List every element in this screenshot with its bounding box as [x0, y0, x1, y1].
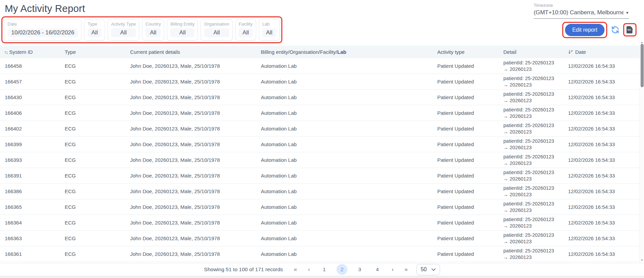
cell-activity-type: Patient Updated: [437, 188, 503, 194]
cell-system-id: 166365: [0, 204, 65, 210]
column-header-type[interactable]: Type: [65, 49, 130, 55]
filter-date[interactable]: Date10/02/2026 - 16/02/2026: [4, 19, 81, 41]
cell-date: 12/02/2026 16:54:33: [568, 126, 640, 132]
next-page-button[interactable]: ›: [390, 266, 396, 273]
vertical-scrollbar[interactable]: ▲ ▼: [640, 40, 644, 262]
column-label: System ID: [9, 49, 33, 55]
column-header-current-patient-details[interactable]: Current patient details: [130, 49, 261, 55]
cell-type: ECG: [65, 235, 130, 241]
page-4-button[interactable]: 4: [372, 264, 383, 275]
prev-page-button[interactable]: ‹: [306, 266, 312, 273]
cell-patient-details: John Doe, 20260123, Male, 25/10/1978: [130, 220, 261, 226]
filter-value[interactable]: All: [111, 28, 136, 37]
cell-detail: patientId: 25-20260123→ 20260123: [503, 216, 568, 229]
filter-billing-entity[interactable]: Billing EntityAll: [167, 19, 198, 41]
filter-value[interactable]: 10/02/2026 - 16/02/2026: [7, 28, 78, 37]
timezone-value: (GMT+10:00) Canberra, Melbourne...: [534, 9, 624, 16]
cell-patient-details: John Doe, 20260123, Male, 25/10/1978: [130, 63, 261, 69]
filter-value[interactable]: All: [204, 28, 229, 37]
cell-patient-details: John Doe, 20260123, Male, 25/10/1978: [130, 157, 261, 163]
cell-detail: patientId: 25-20260123→ 20260123: [503, 248, 568, 261]
cell-detail: patientId: 25-20260123→ 20260123: [503, 154, 568, 167]
toolbar-actions: Edit report: [562, 22, 637, 38]
cell-patient-details: John Doe, 20260123, Male, 25/10/1978: [130, 94, 261, 100]
column-header-activity-type[interactable]: Activity type: [437, 49, 503, 55]
edit-report-button[interactable]: Edit report: [565, 24, 604, 36]
cell-activity-type: Patient Updated: [437, 157, 503, 163]
cell-detail: patientId: 25-20260123→ 20260123: [503, 107, 568, 120]
timezone-select[interactable]: Timezone (GMT+10:00) Canberra, Melbourne…: [534, 3, 629, 19]
filter-organisation[interactable]: OrganisationAll: [201, 19, 233, 41]
chevron-down-icon: ▼: [626, 11, 629, 15]
cell-activity-type: Patient Updated: [437, 204, 503, 210]
refresh-icon[interactable]: [611, 26, 619, 34]
filter-value[interactable]: All: [170, 28, 194, 37]
filter-lab[interactable]: LabAll: [259, 19, 280, 41]
scroll-up-icon[interactable]: ▲: [640, 41, 644, 44]
export-annotation: [623, 23, 637, 36]
cell-activity-type: Patient Updated: [437, 63, 503, 69]
cell-patient-details: John Doe, 20260123, Male, 25/10/1978: [130, 235, 261, 241]
table-row: 166393ECGJohn Doe, 20260123, Male, 25/10…: [0, 152, 640, 168]
filter-value[interactable]: All: [262, 28, 276, 37]
cell-patient-details: John Doe, 20260123, Male, 25/10/1978: [130, 110, 261, 116]
filter-facility[interactable]: FacilityAll: [235, 19, 256, 41]
column-label: Date: [575, 49, 586, 55]
filter-country[interactable]: CountryAll: [142, 19, 164, 41]
scrollbar-thumb[interactable]: [641, 44, 644, 87]
detail-line-2: → 20260123: [503, 223, 568, 229]
detail-line-1: patientId: 25-20260123: [503, 60, 568, 66]
detail-line-2: → 20260123: [503, 113, 568, 120]
page-1-button[interactable]: 1: [319, 264, 330, 275]
detail-line-2: → 20260123: [503, 97, 568, 104]
filter-activity-type[interactable]: Activity TypeAll: [108, 19, 139, 41]
cell-billing: Automation Lab: [261, 141, 437, 147]
cell-date: 12/02/2026 16:54:33: [568, 79, 640, 84]
horizontal-scrollbar-track[interactable]: [0, 276, 644, 278]
cell-activity-type: Patient Updated: [437, 126, 503, 132]
cell-billing: Automation Lab: [261, 157, 437, 163]
cell-system-id: 166406: [0, 110, 65, 116]
cell-detail: patientId: 25-20260123→ 20260123: [503, 75, 568, 88]
cell-detail: patientId: 25-20260123→ 20260123: [503, 232, 568, 245]
cell-type: ECG: [65, 79, 130, 84]
detail-line-2: → 20260123: [503, 176, 568, 182]
table-row: 166386ECGJohn Doe, 20260123, Male, 25/10…: [0, 184, 640, 199]
filter-value[interactable]: All: [239, 28, 253, 37]
cell-type: ECG: [65, 157, 130, 163]
detail-line-1: patientId: 25-20260123: [503, 248, 568, 254]
filter-label: Type: [88, 21, 101, 27]
column-header-date[interactable]: Date: [568, 49, 640, 55]
table-row: 166430ECGJohn Doe, 20260123, Male, 25/10…: [0, 90, 640, 105]
page-2-button[interactable]: 2: [336, 264, 347, 275]
cell-activity-type: Patient Updated: [437, 110, 503, 116]
export-icon[interactable]: [625, 25, 634, 34]
filter-value[interactable]: All: [88, 28, 101, 37]
first-page-button[interactable]: «: [292, 266, 299, 273]
filter-label: Activity Type: [111, 21, 136, 27]
scroll-down-icon[interactable]: ▼: [640, 259, 644, 262]
filter-type[interactable]: TypeAll: [84, 19, 105, 41]
page-3-button[interactable]: 3: [354, 264, 365, 275]
cell-detail: patientId: 25-20260123→ 20260123: [503, 169, 568, 182]
last-page-button[interactable]: »: [403, 266, 410, 273]
filters-bar: Date10/02/2026 - 16/02/2026TypeAllActivi…: [1, 16, 282, 43]
controls-band: Date10/02/2026 - 16/02/2026TypeAllActivi…: [0, 16, 644, 45]
column-label: Detail: [503, 49, 516, 55]
page-number-list: 1234: [319, 264, 383, 275]
cell-billing: Automation Lab: [261, 251, 437, 257]
page-size-select[interactable]: 50: [417, 264, 440, 275]
cell-detail: patientId: 25-20260123→ 20260123: [503, 122, 568, 135]
cell-date: 12/02/2026 16:54:33: [568, 141, 640, 147]
column-header-system-id[interactable]: ↑↓System ID: [0, 49, 65, 55]
cell-activity-type: Patient Updated: [437, 94, 503, 100]
chevron-down-icon: [431, 268, 436, 271]
pagination-bar: Showing 51 to 100 of 171 records « ‹ 123…: [0, 263, 644, 276]
table-row: 166365ECGJohn Doe, 20260123, Male, 25/10…: [0, 199, 640, 215]
timezone-value-row[interactable]: (GMT+10:00) Canberra, Melbourne... ▼: [534, 8, 629, 19]
filter-value[interactable]: All: [145, 28, 161, 37]
cell-system-id: 166393: [0, 157, 65, 163]
column-header-detail[interactable]: Detail: [503, 49, 568, 55]
column-header-billing-entity-organisation-facility-lab[interactable]: Billing entity/Organisation/Facility/Lab: [261, 49, 437, 55]
detail-line-1: patientId: 25-20260123: [503, 122, 568, 129]
